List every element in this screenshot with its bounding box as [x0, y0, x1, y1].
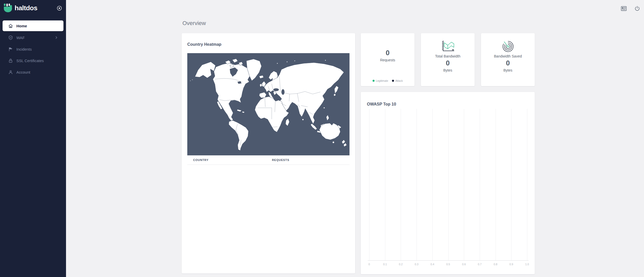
- main-area: Overview Country Heatmap: [66, 0, 644, 277]
- x-tick-label: 0.1: [383, 263, 387, 266]
- news-card-icon[interactable]: [620, 5, 628, 11]
- flag-icon: [8, 47, 13, 52]
- table-header-row: COUNTRY REQUESTS: [187, 155, 350, 165]
- sidebar-item-label: WAF: [16, 36, 25, 40]
- requests-value: 0: [361, 49, 414, 57]
- legend-item-attack: Attack: [392, 79, 403, 82]
- column-header-country: COUNTRY: [187, 155, 272, 165]
- gridline: [448, 109, 449, 261]
- radar-icon: [481, 40, 535, 53]
- sidebar-item-account[interactable]: Account: [3, 66, 63, 78]
- bandwidth-saved-label: Bandwidth Saved: [481, 54, 535, 58]
- x-tick-label: 0: [368, 263, 370, 266]
- bandwidth-saved-unit: Bytes: [481, 68, 535, 72]
- country-heatmap-card: Country Heatmap: [182, 33, 355, 273]
- bandwidth-saved-value: 0: [481, 59, 535, 67]
- right-column: 0 Requests Legitimate Attack: [361, 33, 535, 274]
- sidebar-item-incidents[interactable]: Incidents: [3, 43, 63, 55]
- attack-dot: [392, 80, 394, 82]
- power-icon[interactable]: [633, 5, 641, 11]
- legend-item-legitimate: Legitimate: [373, 79, 388, 82]
- x-tick-label: 0.2: [399, 263, 403, 266]
- app-root: haltdos Home: [0, 0, 644, 277]
- topbar-actions: [620, 5, 641, 11]
- sidebar-item-label: Home: [16, 24, 27, 28]
- column-header-requests: REQUESTS: [272, 155, 350, 165]
- sidebar-item-ssl-certificates[interactable]: SSL Certificates: [3, 55, 63, 66]
- brand-name: haltdos: [15, 4, 37, 12]
- x-tick-label: 0.7: [478, 263, 482, 266]
- sidebar: haltdos Home: [0, 0, 66, 277]
- gridline: [385, 109, 385, 261]
- x-tick-label: 1.0: [525, 263, 529, 266]
- shield-icon: [8, 35, 13, 40]
- x-tick-label: 0.6: [462, 263, 466, 266]
- brand: haltdos: [0, 0, 66, 13]
- gridline: [527, 109, 527, 261]
- page-content: Overview Country Heatmap: [182, 0, 535, 274]
- haltdos-logo-icon: [4, 4, 12, 13]
- owasp-top10-card: OWASP Top 10 00.10.20.30.40.50.60.70.80.…: [361, 92, 535, 274]
- gridline: [369, 109, 369, 261]
- x-tick-label: 0.3: [415, 263, 419, 266]
- world-map: [187, 53, 350, 155]
- owasp-axis-labels: 00.10.20.30.40.50.60.70.80.91.0: [369, 263, 527, 266]
- total-bandwidth-value: 0: [421, 59, 475, 67]
- gridline: [417, 109, 417, 261]
- x-tick-label: 0.8: [494, 263, 497, 266]
- world-map-svg: [187, 53, 350, 155]
- sidebar-item-label: Account: [16, 70, 30, 74]
- legitimate-dot: [373, 80, 375, 82]
- x-tick-label: 0.9: [509, 263, 513, 266]
- stats-row: 0 Requests Legitimate Attack: [361, 33, 535, 86]
- sidebar-item-label: Incidents: [16, 47, 32, 51]
- gridline: [464, 109, 464, 261]
- lock-icon: [8, 58, 13, 63]
- page-title: Overview: [182, 20, 535, 27]
- user-icon: [8, 70, 13, 75]
- sidebar-item-label: SSL Certificates: [16, 59, 44, 63]
- requests-legend: Legitimate Attack: [361, 79, 414, 82]
- x-tick-label: 0.5: [446, 263, 450, 266]
- x-tick-label: 0.4: [430, 263, 434, 266]
- gridline: [480, 109, 480, 261]
- total-bandwidth-label: Total Bandwidth: [421, 54, 475, 58]
- gridline: [432, 109, 433, 261]
- legend-label: Legitimate: [376, 79, 388, 82]
- total-bandwidth-stat-card: Total Bandwidth 0 Bytes: [421, 33, 475, 86]
- country-heatmap-title: Country Heatmap: [187, 42, 350, 47]
- sidebar-item-home[interactable]: Home: [3, 20, 63, 31]
- bandwidth-chart-icon: [421, 40, 475, 53]
- country-requests-table: COUNTRY REQUESTS: [187, 155, 350, 165]
- owasp-chart: [369, 109, 527, 261]
- sidebar-toggle-icon[interactable]: [56, 5, 62, 11]
- sidebar-item-waf[interactable]: WAF: [3, 32, 63, 43]
- dashboard-grid: Country Heatmap: [182, 33, 535, 274]
- legend-label: Attack: [395, 79, 403, 82]
- bandwidth-saved-stat-card: Bandwidth Saved 0 Bytes: [481, 33, 535, 86]
- total-bandwidth-unit: Bytes: [421, 68, 475, 72]
- home-icon: [8, 23, 13, 28]
- requests-label: Requests: [361, 58, 414, 62]
- gridline: [401, 109, 401, 261]
- gridline: [496, 109, 496, 261]
- owasp-top10-title: OWASP Top 10: [367, 102, 396, 107]
- requests-stat-card: 0 Requests Legitimate Attack: [361, 33, 414, 86]
- gridline: [511, 109, 511, 261]
- sidebar-nav: Home WAF: [0, 20, 66, 78]
- chevron-right-icon: [54, 36, 58, 39]
